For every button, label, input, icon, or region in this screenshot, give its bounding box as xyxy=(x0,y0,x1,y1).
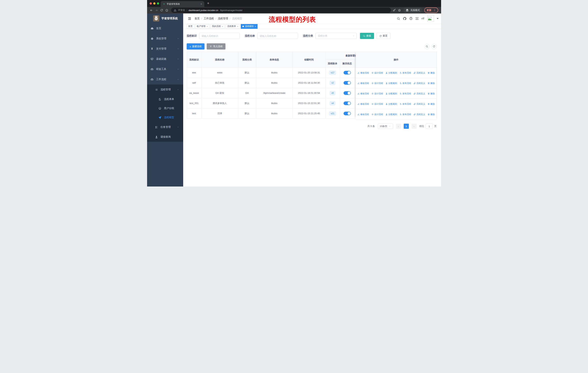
key-icon[interactable] xyxy=(393,9,396,12)
breadcrumb-item[interactable]: 流程管理 xyxy=(218,17,228,20)
browser-menu-dots-icon[interactable] xyxy=(433,9,436,12)
next-page-button[interactable]: › xyxy=(411,124,417,129)
action-deploy-link[interactable]: 发布流程 xyxy=(399,102,411,106)
cell-form-link[interactable]: biubiu xyxy=(256,68,293,78)
create-process-button[interactable]: + 新建流程 xyxy=(187,43,205,50)
tag-view-item[interactable]: 首页 xyxy=(187,24,194,29)
action-edit-link[interactable]: 修改流程 xyxy=(357,113,369,116)
refresh-table-button[interactable] xyxy=(431,44,437,49)
process-name-input[interactable] xyxy=(257,33,298,39)
sidebar-item-system-management[interactable]: 系统管理 xyxy=(147,33,183,44)
cell-process-name-link[interactable]: 测试多审批人 xyxy=(201,98,238,108)
action-edit-link[interactable]: 修改流程 xyxy=(357,92,369,95)
browser-update-button[interactable]: 更新 xyxy=(424,8,438,13)
tag-view-item[interactable]: 我的流程× xyxy=(210,24,225,29)
action-delete-link[interactable]: 删除 xyxy=(428,92,435,95)
action-definition-link[interactable]: 流程定义 xyxy=(414,102,425,106)
sidebar-item-infrastructure[interactable]: 基础设施 xyxy=(147,54,183,64)
action-design-link[interactable]: 设计流程 xyxy=(371,82,383,85)
close-window-button[interactable] xyxy=(150,2,152,5)
search-button[interactable]: 搜索 xyxy=(360,33,374,39)
action-deploy-link[interactable]: 发布流程 xyxy=(399,82,411,85)
forward-icon[interactable] xyxy=(154,8,159,13)
new-tab-button[interactable]: + xyxy=(207,1,210,5)
tag-view-active[interactable]: 流程模型× xyxy=(241,24,258,29)
action-definition-link[interactable]: 流程定义 xyxy=(414,92,425,95)
cell-form-link[interactable]: biubiu xyxy=(256,78,293,88)
cell-form-link[interactable]: biubiu xyxy=(256,98,293,108)
active-toggle[interactable] xyxy=(344,71,351,74)
maximize-window-button[interactable] xyxy=(157,2,159,5)
category-select[interactable]: 流程分类 xyxy=(315,33,357,39)
sidebar-item-leave-query[interactable]: 请假查询 xyxy=(147,132,183,142)
sidebar-fold-icon[interactable] xyxy=(188,17,191,20)
sidebar-item-process-management[interactable]: 流程管理 xyxy=(147,84,183,95)
tag-close-icon[interactable]: × xyxy=(237,25,238,28)
active-toggle[interactable] xyxy=(344,112,351,115)
active-toggle[interactable] xyxy=(344,101,351,105)
action-edit-link[interactable]: 修改流程 xyxy=(357,82,369,85)
breadcrumb-item[interactable]: 首页 xyxy=(195,17,200,20)
browser-tab[interactable]: 芋道管理系统 × xyxy=(161,1,204,7)
action-assign-rule-link[interactable]: 分配规则 xyxy=(386,92,397,95)
tag-close-icon[interactable]: × xyxy=(255,25,256,28)
github-icon[interactable] xyxy=(403,17,407,20)
fullscreen-icon[interactable] xyxy=(415,17,419,20)
sidebar-item-user-group[interactable]: 用户分组 xyxy=(147,104,183,113)
action-deploy-link[interactable]: 发布流程 xyxy=(399,113,411,116)
font-size-icon[interactable]: тT xyxy=(421,17,424,20)
avatar-caret-icon[interactable] xyxy=(437,18,439,19)
bookmark-star-icon[interactable] xyxy=(398,9,401,12)
tag-view-item[interactable]: 流程表单× xyxy=(225,24,240,29)
sidebar-item-process-form[interactable]: 流程表单 xyxy=(147,95,183,104)
cell-process-name-link[interactable]: OA 请假 xyxy=(201,88,238,98)
reset-button[interactable]: 重置 xyxy=(376,33,390,39)
action-design-link[interactable]: 设计流程 xyxy=(371,113,383,116)
help-icon[interactable] xyxy=(409,17,413,20)
action-edit-link[interactable]: 修改流程 xyxy=(357,71,369,74)
cell-form-link[interactable]: biubiu xyxy=(256,108,293,119)
sidebar-item-home[interactable]: 首页 xyxy=(147,23,183,33)
action-definition-link[interactable]: 流程定义 xyxy=(414,71,425,74)
prev-page-button[interactable]: ‹ xyxy=(396,124,401,129)
action-delete-link[interactable]: 删除 xyxy=(428,102,435,106)
action-delete-link[interactable]: 删除 xyxy=(428,82,435,85)
current-page-button[interactable]: 1 xyxy=(404,124,409,129)
cell-process-name-link[interactable]: 自己审批 xyxy=(201,78,238,88)
reload-icon[interactable] xyxy=(159,8,164,13)
action-assign-rule-link[interactable]: 分配规则 xyxy=(386,113,397,116)
action-assign-rule-link[interactable]: 分配规则 xyxy=(386,82,397,85)
cell-process-name-link[interactable]: eeee xyxy=(201,68,238,78)
active-toggle[interactable] xyxy=(344,91,351,95)
cell-process-name-link[interactable]: 滔博 xyxy=(201,108,238,119)
page-size-select[interactable]: 10条/页 xyxy=(378,124,393,129)
sidebar-item-process-model[interactable]: 流程模型 xyxy=(147,113,183,122)
sidebar-item-task-management[interactable]: 任务管理 xyxy=(147,122,183,132)
minimize-window-button[interactable] xyxy=(153,2,156,5)
action-delete-link[interactable]: 删除 xyxy=(428,71,435,74)
action-design-link[interactable]: 设计流程 xyxy=(371,71,383,74)
import-process-button[interactable]: 导入流程 xyxy=(207,43,225,50)
breadcrumb-item[interactable]: 工作流程 xyxy=(204,17,214,20)
action-edit-link[interactable]: 修改流程 xyxy=(357,102,369,106)
action-deploy-link[interactable]: 发布流程 xyxy=(399,71,411,74)
action-assign-rule-link[interactable]: 分配规则 xyxy=(386,71,397,74)
action-assign-rule-link[interactable]: 分配规则 xyxy=(386,102,397,106)
tag-close-icon[interactable]: × xyxy=(207,25,208,28)
user-avatar[interactable] xyxy=(427,15,434,22)
action-design-link[interactable]: 设计流程 xyxy=(371,92,383,95)
goto-page-input[interactable] xyxy=(426,124,433,129)
process-id-input[interactable] xyxy=(199,33,240,39)
sidebar-item-payment-management[interactable]: ¥支付管理 xyxy=(147,44,183,54)
search-icon[interactable] xyxy=(397,17,400,20)
action-definition-link[interactable]: 流程定义 xyxy=(414,82,425,85)
tab-close-icon[interactable]: × xyxy=(200,3,202,5)
action-definition-link[interactable]: 流程定义 xyxy=(414,113,425,116)
action-delete-link[interactable]: 删除 xyxy=(428,113,435,116)
tag-view-item[interactable]: 租户管理× xyxy=(195,24,210,29)
cell-form-link[interactable]: /bpm/oa/leave/create xyxy=(256,88,293,98)
home-icon[interactable] xyxy=(164,8,169,13)
sidebar-item-workflow[interactable]: 工作流程 xyxy=(147,74,183,84)
show-search-toggle-button[interactable] xyxy=(424,44,430,49)
back-icon[interactable] xyxy=(149,8,154,13)
